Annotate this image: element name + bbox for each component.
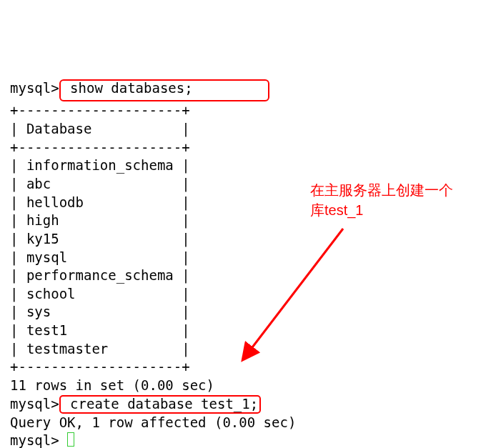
command-line-1: mysql> show databases; [10, 79, 491, 102]
annotation-line-2: 库test_1 [310, 200, 475, 220]
result-line-2: Query OK, 1 row affected (0.00 sec) [10, 414, 491, 432]
table-row-4: | ky15 | [10, 230, 491, 249]
mysql-prompt: mysql> [10, 80, 59, 96]
command-line-2: mysql> create database test_1; [10, 395, 491, 414]
table-border-bottom: +--------------------+ [10, 358, 491, 377]
table-row-5: | mysql | [10, 249, 491, 267]
terminal-output: mysql> show databases; +----------------… [10, 79, 491, 448]
table-row-9: | test1 | [10, 322, 491, 340]
table-header-row: | Database | [10, 120, 491, 139]
highlighted-command-1: show databases; [59, 79, 269, 102]
table-row-0: | information_schema | [10, 156, 491, 175]
mysql-prompt: mysql> [10, 396, 59, 412]
annotation-text: 在主服务器上创建一个 库test_1 [310, 180, 475, 220]
table-border-top: +--------------------+ [10, 101, 491, 120]
highlighted-command-2: create database test_1; [59, 395, 262, 414]
table-row-8: | sys | [10, 303, 491, 322]
cursor-icon[interactable] [67, 432, 74, 447]
mysql-prompt: mysql> [10, 432, 67, 448]
result-line-1: 11 rows in set (0.00 sec) [10, 377, 491, 395]
command-line-3: mysql> [10, 432, 491, 448]
table-row-7: | school | [10, 285, 491, 304]
table-row-6: | performance_schema | [10, 267, 491, 285]
table-row-10: | testmaster | [10, 340, 491, 359]
table-border-mid: +--------------------+ [10, 139, 491, 157]
annotation-line-1: 在主服务器上创建一个 [310, 180, 475, 200]
